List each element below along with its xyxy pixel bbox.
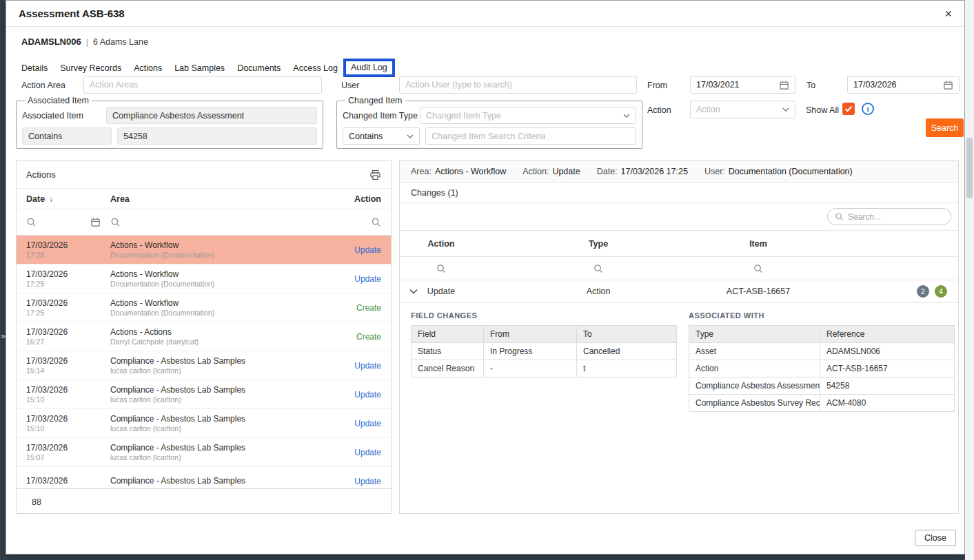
- row-action-link[interactable]: Update: [354, 361, 381, 371]
- row-area: Actions - Workflow: [110, 298, 321, 309]
- associated-with-row: Action ACT-ASB-16657: [689, 360, 955, 377]
- row-area: Actions - Actions: [110, 327, 321, 338]
- aw-type: Compliance Asbestos Assessment: [689, 377, 820, 395]
- row-date: 17/03/2026: [26, 298, 110, 309]
- audit-row[interactable]: 17/03/2026 17:25 Actions - Workflow Docu…: [17, 236, 391, 265]
- summary-label: Action:: [522, 167, 549, 176]
- tab[interactable]: Documents: [237, 63, 281, 73]
- to-date-input[interactable]: 17/03/2026: [847, 76, 960, 94]
- changes-search-input[interactable]: [848, 212, 944, 222]
- assessment-dialog: Assessment ASB-638 × ADAMSLN006 | 6 Adam…: [6, 0, 965, 554]
- row-date: 17/03/2026: [26, 356, 110, 366]
- row-action-link[interactable]: Update: [354, 419, 381, 428]
- search-icon: [835, 212, 844, 221]
- area-filter-search-icon[interactable]: [110, 217, 321, 227]
- row-date: 17/03/2026: [26, 443, 110, 453]
- summary-pair: Date:17/03/2026 17:25: [597, 167, 688, 176]
- column-header-date[interactable]: Date↓: [26, 194, 110, 204]
- audit-row[interactable]: 17/03/2026 16:27 Actions - Actions Darry…: [17, 322, 391, 351]
- audit-row[interactable]: 17/03/2026 17:25 Actions - Workflow Docu…: [17, 265, 391, 293]
- audit-row[interactable]: 17/03/2026 Compliance - Asbestos Lab Sam…: [17, 467, 391, 488]
- close-icon[interactable]: ×: [944, 8, 952, 20]
- fc-column-to: To: [577, 326, 677, 343]
- action-filter-search-icon[interactable]: [321, 217, 381, 227]
- row-date: 17/03/2026: [26, 240, 110, 251]
- summary-label: Area:: [411, 167, 432, 176]
- row-user: Documentation (Documentation): [110, 251, 321, 260]
- print-icon[interactable]: [369, 169, 381, 180]
- summary-label: Date:: [597, 167, 618, 176]
- row-time: 17:25: [26, 280, 110, 289]
- expand-side-panel-icon[interactable]: »: [1, 331, 6, 341]
- row-time: 15:10: [26, 395, 110, 404]
- changes-action-filter-search-icon[interactable]: [436, 263, 447, 273]
- user-input[interactable]: [399, 76, 637, 94]
- page-scrollbar[interactable]: [965, 0, 974, 560]
- audit-row[interactable]: 17/03/2026 15:10 Compliance - Asbestos L…: [17, 380, 391, 409]
- row-action-link[interactable]: Update: [354, 274, 381, 284]
- column-header-area[interactable]: Area: [110, 194, 321, 204]
- audit-row[interactable]: 17/03/2026 15:10 Compliance - Asbestos L…: [17, 409, 391, 438]
- asset-summary: ADAMSLN006 | 6 Adams Lane: [21, 37, 148, 47]
- row-action-link[interactable]: Update: [354, 245, 381, 255]
- changes-title: Changes (1): [411, 188, 458, 198]
- row-action-link[interactable]: Update: [354, 477, 381, 486]
- changed-item-operator-select[interactable]: Contains: [343, 127, 420, 145]
- change-action: Update: [427, 287, 455, 296]
- calendar-icon[interactable]: [943, 80, 953, 90]
- tab[interactable]: Survey Records: [60, 63, 121, 73]
- tab[interactable]: Access Log: [293, 63, 338, 73]
- changes-type-filter-search-icon[interactable]: [593, 263, 604, 273]
- field-changes-title: FIELD CHANGES: [411, 311, 676, 320]
- show-all-label: Show All: [806, 105, 839, 115]
- action-select[interactable]: Action: [690, 101, 795, 118]
- fc-column-from: From: [484, 326, 577, 343]
- tab[interactable]: Lab Samples: [174, 63, 225, 73]
- tab[interactable]: Actions: [134, 63, 162, 73]
- row-area: Compliance - Asbestos Lab Samples: [110, 385, 321, 395]
- aw-type: Asset: [689, 343, 820, 360]
- fc-to: t: [577, 360, 677, 377]
- row-action-link[interactable]: Update: [354, 448, 381, 457]
- changed-item-type-select[interactable]: Changed Item Type: [420, 107, 636, 124]
- summary-value: 17/03/2026 17:25: [621, 167, 688, 176]
- change-row[interactable]: Update Action ACT-ASB-16657 2 4: [400, 280, 958, 303]
- audit-row[interactable]: 17/03/2026 15:07 Compliance - Asbestos L…: [17, 438, 391, 467]
- date-filter-search-icon[interactable]: [26, 217, 37, 227]
- associated-item-operator: Contains: [22, 127, 112, 145]
- row-user: Documentation (Documentation): [110, 280, 321, 289]
- search-button[interactable]: Search: [926, 118, 964, 137]
- audit-actions-panel: Actions Date↓ Area Action 17/03/2026: [16, 160, 392, 514]
- changed-item-criteria-input[interactable]: [425, 127, 636, 145]
- audit-row[interactable]: 17/03/2026 17:25 Actions - Workflow Docu…: [17, 293, 391, 322]
- action-select-placeholder: Action: [696, 105, 720, 114]
- column-header-action[interactable]: Action: [321, 194, 381, 204]
- to-label: To: [806, 81, 815, 90]
- date-filter-calendar-icon[interactable]: [90, 217, 101, 227]
- row-area: Compliance - Asbestos Lab Samples: [110, 476, 321, 486]
- scrollbar-thumb[interactable]: [966, 138, 973, 198]
- dialog-footer: Close: [6, 512, 964, 554]
- close-button[interactable]: Close: [915, 530, 956, 546]
- associated-item-group: Associated Item Associated Item Complian…: [16, 96, 323, 149]
- tab[interactable]: Audit Log: [343, 59, 395, 77]
- tab[interactable]: Details: [21, 63, 48, 73]
- row-action-link[interactable]: Create: [356, 303, 381, 313]
- row-action-link[interactable]: Update: [354, 390, 381, 400]
- audit-row[interactable]: 17/03/2026 15:14 Compliance - Asbestos L…: [17, 351, 391, 380]
- from-date-input[interactable]: 17/03/2021: [690, 76, 795, 94]
- calendar-icon[interactable]: [779, 80, 789, 90]
- show-all-checkbox[interactable]: [842, 103, 855, 115]
- info-icon[interactable]: i: [862, 103, 874, 115]
- row-action-link[interactable]: Create: [356, 332, 381, 342]
- associated-with-table: Type Reference Asset ADAMSLN006: [689, 325, 955, 412]
- changes-search-box[interactable]: [827, 208, 951, 225]
- action-area-input[interactable]: [83, 76, 322, 94]
- fc-field: Status: [412, 343, 484, 360]
- row-area: Compliance - Asbestos Lab Samples: [110, 414, 321, 424]
- collapse-row-chevron-icon[interactable]: [409, 289, 418, 294]
- row-area: Compliance - Asbestos Lab Samples: [110, 356, 321, 366]
- fc-from: -: [484, 360, 577, 377]
- fc-field: Cancel Reason: [412, 360, 484, 377]
- changes-item-filter-search-icon[interactable]: [753, 263, 764, 273]
